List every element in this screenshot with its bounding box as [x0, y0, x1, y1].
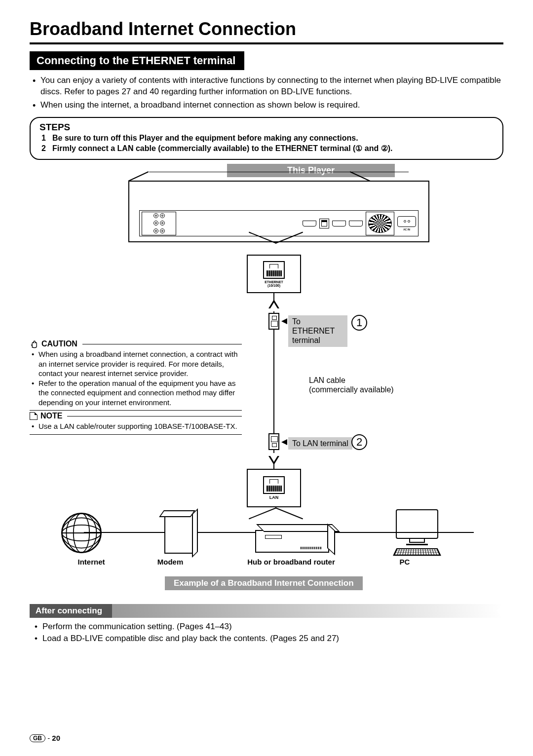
component-video-ports: [142, 212, 176, 235]
player-label: This Player: [227, 164, 395, 177]
hdmi-port: [332, 221, 346, 227]
page-footer: GB - 20: [30, 734, 60, 742]
caution-block: CAUTION When using a broadband internet …: [30, 340, 242, 411]
section-heading: Connecting to the ETHERNET terminal: [30, 51, 244, 70]
steps-list: Be sure to turn off this Player and the …: [39, 133, 494, 154]
router-label: Hub or broadband router: [217, 558, 365, 566]
note-heading: NOTE: [40, 412, 62, 420]
ethernet-port-small: [319, 219, 329, 228]
note-page-icon: [30, 412, 38, 420]
network-labels: Internet Modem Hub or broadband router P…: [59, 558, 454, 566]
page-number: 20: [52, 734, 60, 742]
step-item: Be sure to turn off this Player and the …: [41, 133, 494, 144]
usb-port: [349, 221, 363, 227]
optical-port: [303, 221, 316, 227]
step-item: Firmly connect a LAN cable (commercially…: [41, 143, 494, 154]
caution-hand-icon: [30, 340, 38, 348]
diagram-area: This Player AC IN: [30, 164, 503, 598]
player-rear-diagram: AC IN: [128, 181, 429, 242]
region-badge: GB: [30, 734, 45, 742]
caution-item: Refer to the operation manual of the equ…: [38, 378, 242, 408]
note-block: NOTE Use a LAN cable/router supporting 1…: [30, 412, 242, 435]
footer-separator: -: [47, 734, 52, 742]
ethernet-zoom-label: ETHERNET (10/100): [265, 280, 283, 287]
diagram-line: [128, 171, 149, 182]
after-connecting-heading: After connecting: [30, 604, 112, 618]
after-item: Perform the communication setting. (Page…: [42, 621, 503, 633]
caution-heading: CAUTION: [41, 340, 77, 348]
internet-globe-icon: [59, 511, 104, 555]
example-label: Example of a Broadband Internet Connecti…: [165, 576, 363, 590]
callout-1: 1: [351, 315, 367, 331]
ethernet-port-zoom: ETHERNET (10/100): [247, 255, 301, 293]
rj45-plug-icon: [268, 313, 279, 330]
router-icon: [255, 530, 329, 553]
arrow-down-icon: [268, 456, 279, 465]
steps-heading: STEPS: [39, 122, 494, 133]
internet-label: Internet: [59, 558, 123, 566]
arrow-left-icon: [281, 439, 287, 445]
note-item: Use a LAN cable/router supporting 10BASE…: [38, 421, 242, 431]
ac-in-port: [397, 216, 416, 227]
rj45-plug-icon: [268, 433, 279, 450]
modem-icon: [164, 512, 194, 554]
pc-icon: [390, 509, 444, 557]
network-diagram: [59, 508, 444, 558]
after-item: Load a BD-LIVE compatible disc and play …: [42, 633, 503, 644]
to-lan-label: To LAN terminal: [288, 437, 352, 450]
steps-box: STEPS Be sure to turn off this Player an…: [30, 117, 503, 160]
arrow-left-icon: [281, 318, 287, 324]
page-title: Broadband Internet Connection: [30, 19, 503, 39]
intro-list: You can enjoy a variety of contents with…: [30, 75, 503, 111]
to-ethernet-label: To ETHERNET terminal: [288, 315, 347, 347]
modem-label: Modem: [123, 558, 217, 566]
intro-item: When using the internet, a broadband int…: [40, 100, 503, 111]
arrow-up-icon: [268, 300, 279, 308]
lan-zoom-label: LAN: [269, 495, 279, 500]
after-connecting-section: After connecting Perform the communicati…: [30, 604, 503, 644]
caution-item: When using a broadband internet connecti…: [38, 349, 242, 378]
lan-port-zoom: LAN: [247, 469, 301, 507]
callout-2: 2: [351, 434, 367, 450]
intro-item: You can enjoy a variety of contents with…: [40, 75, 503, 98]
pc-label: PC: [365, 558, 444, 566]
lan-cable-label: LAN cable (commercially available): [305, 374, 398, 396]
fan-icon: [366, 212, 394, 235]
title-underline: [30, 42, 503, 44]
